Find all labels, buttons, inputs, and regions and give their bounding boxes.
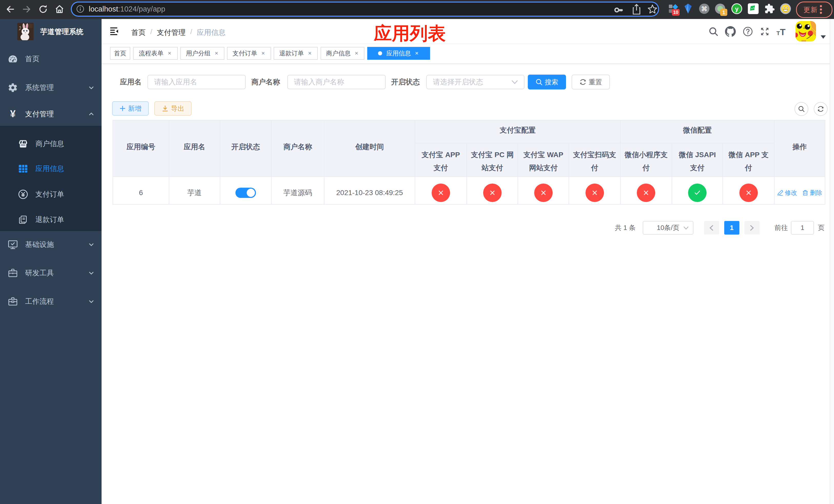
- svg-text:y: y: [735, 5, 739, 12]
- svg-text:T: T: [776, 30, 780, 37]
- svg-text:⌘: ⌘: [701, 5, 707, 12]
- svg-text:T: T: [780, 27, 786, 37]
